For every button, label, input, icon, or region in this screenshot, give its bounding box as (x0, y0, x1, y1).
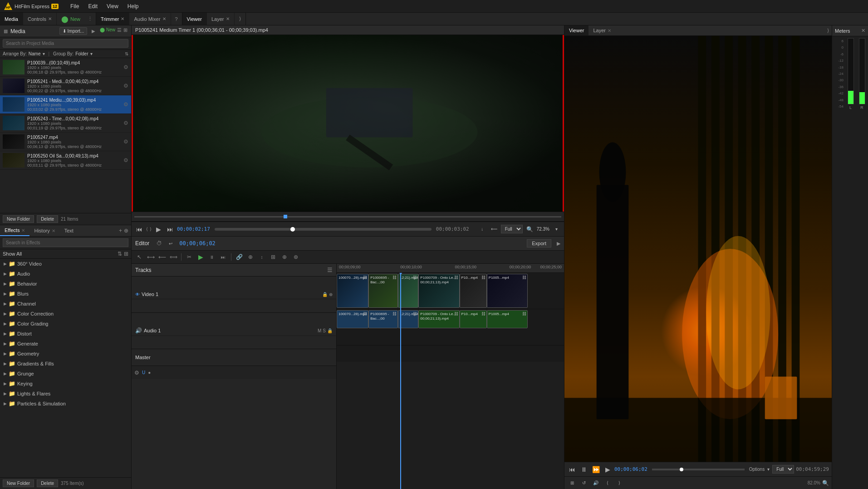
tab-controls-close[interactable]: ✕ (48, 16, 52, 21)
media-panel-options[interactable]: ⋮ (85, 13, 96, 25)
viewer-in-btn[interactable]: ⟨ (603, 478, 613, 488)
effects-view-icon[interactable]: ⊞ (124, 251, 128, 257)
viewer-prev-frame[interactable]: ⏮ (567, 464, 577, 474)
effects-sort-icon[interactable]: ⇅ (118, 251, 122, 257)
zoom-icon[interactable]: 🔍 (526, 226, 533, 232)
export-button[interactable]: Export (527, 239, 551, 247)
editor-timecode-reset[interactable]: ↩ (166, 238, 176, 248)
media-item[interactable]: P1005250 Oil Sa...0;00;49;13).mp4 1920 x… (0, 151, 131, 170)
tracks-menu-btn[interactable]: ☰ (327, 267, 333, 273)
effects-category-behavior[interactable]: ▶ 📁 Behavior (0, 279, 131, 289)
editor-link-btn[interactable]: 🔗 (234, 252, 244, 262)
audio-clip[interactable]: P1000695 - Bac...;00 ⛓ (368, 310, 398, 328)
viewer-audio-btn[interactable]: 🔊 (591, 478, 601, 488)
audio-clip[interactable]: P1000709 - Onto Le... 00;00;21;13).mp4 ⛓ (418, 310, 459, 328)
new-folder-effects-button[interactable]: New Folder (3, 479, 34, 487)
export-arrow[interactable]: ▶ (557, 241, 560, 247)
trimmer-insert-btn[interactable]: ↓ (477, 224, 487, 234)
timeline-playhead[interactable] (400, 273, 401, 489)
meters-close[interactable]: ✕ (861, 28, 865, 34)
trimmer-in-point[interactable]: ⟨ (146, 227, 148, 232)
editor-zoom-out[interactable]: ⏸ (207, 252, 217, 262)
editor-slip-tool[interactable]: ⟵ (157, 252, 167, 262)
audio-track-mute[interactable]: M (318, 328, 321, 333)
viewer-options-arrow[interactable]: ▾ (767, 467, 770, 472)
viewer-layer-close[interactable]: ✕ (608, 28, 611, 33)
tab-text[interactable]: Text (60, 226, 78, 236)
viewer-snap-btn[interactable]: ⊞ (567, 478, 577, 488)
effects-category-generate[interactable]: ▶ 📁 Generate (0, 339, 131, 349)
effects-category-color-correction[interactable]: ▶ 📁 Color Correction (0, 309, 131, 319)
effects-category-keying[interactable]: ▶ 📁 Keying (0, 379, 131, 389)
effects-category-360video[interactable]: ▶ 📁 360° Video (0, 259, 131, 269)
tab-audio-mixer-close[interactable]: ✕ (162, 16, 166, 21)
viewer-scrubber[interactable] (652, 469, 745, 470)
effects-add-icon[interactable]: + (119, 227, 122, 234)
editor-settings-icon[interactable]: ⚙ (134, 370, 139, 376)
audio-track-solo[interactable]: S (323, 328, 326, 333)
menu-file[interactable]: File (66, 1, 83, 11)
trimmer-overwrite-btn[interactable]: ⟵ (489, 224, 499, 234)
media-item[interactable]: P1005241 Mediu...;00;39;03).mp4 1920 x 1… (0, 95, 131, 114)
trimmer-quality-select[interactable]: FullHalf (501, 225, 523, 233)
group-arrow[interactable]: ▾ (90, 51, 93, 56)
audio-track-lock[interactable]: 🔒 (327, 328, 333, 333)
effects-category-color-grading[interactable]: ▶ 📁 Color Grading (0, 319, 131, 329)
editor-magnet-btn[interactable]: ⊕ (245, 252, 255, 262)
editor-select-tool[interactable]: ↖ (134, 252, 144, 262)
tab-new-button[interactable]: ⬤ New (57, 13, 85, 25)
trimmer-timeline-scrubber[interactable] (215, 228, 432, 231)
media-gear-icon[interactable]: ⚙ (123, 101, 128, 108)
video-clip[interactable]: P10...mp4 ⛓ (460, 274, 487, 308)
tab-layer[interactable]: Layer ✕ (207, 13, 235, 25)
video-clip[interactable]: 100070...28).mp4 ⛓ (337, 274, 368, 308)
viewer-out-btn[interactable]: ⟩ (614, 478, 624, 488)
video-track-visibility[interactable]: 👁 (135, 292, 140, 297)
viewer-zoom-icon[interactable]: 🔍 (822, 480, 829, 486)
trimmer-panel-help[interactable]: ? (171, 13, 182, 25)
effects-category-geometry[interactable]: ▶ 📁 Geometry (0, 349, 131, 359)
media-gear-icon[interactable]: ⚙ (123, 157, 128, 163)
effects-category-blurs[interactable]: ▶ 📁 Blurs (0, 289, 131, 299)
viewer-options-label[interactable]: Options (749, 467, 765, 472)
media-list-view[interactable]: ☰ (117, 27, 122, 35)
media-search-input[interactable] (3, 39, 128, 48)
media-gear-icon[interactable]: ⚙ (123, 64, 128, 70)
video-clip[interactable]: P1000709 - Onto Le... 00;00;21;13).mp4 ⛓ (418, 274, 459, 308)
menu-view[interactable]: View (102, 1, 123, 11)
video-clip[interactable]: P1000695 - Bac...;00 ⛓ (368, 274, 398, 308)
tab-viewer-layer[interactable]: Layer ✕ (588, 25, 616, 35)
new-folder-button[interactable]: New Folder (3, 215, 34, 223)
editor-sync-btn[interactable]: U (142, 370, 145, 375)
viewer-play-btn[interactable]: ▶ (603, 464, 613, 474)
editor-insert-btn[interactable]: ↕ (257, 252, 267, 262)
trimmer-scrubber-handle[interactable] (284, 215, 287, 218)
audio-clip[interactable]: P1005...mp4 ⛓ (487, 310, 528, 328)
media-item[interactable]: P100039...(00:10;49).mp4 1920 x 1080 pix… (0, 58, 131, 77)
editor-slide-tool[interactable]: ⟺ (168, 252, 178, 262)
audio-clip[interactable]: 100070...28).mp4 ⛓ (337, 310, 368, 328)
video-clip[interactable]: P1005...mp4 ⛓ (487, 274, 528, 308)
new-media-btn[interactable]: ⬤ New (100, 27, 115, 35)
trimmer-play-pause[interactable]: ▶ (153, 224, 163, 234)
trimmer-zoom-down[interactable]: ▾ (551, 224, 561, 234)
trimmer-prev-frame[interactable]: ⏮ (134, 224, 144, 234)
delete-effect-button[interactable]: Delete (37, 479, 58, 487)
tab-viewer-main[interactable]: Viewer (564, 25, 588, 35)
effects-search-input[interactable] (3, 238, 128, 247)
viewer-loop-btn[interactable]: ↺ (579, 478, 589, 488)
trimmer-next-frame[interactable]: ⏭ (165, 224, 175, 234)
trimmer-out-point[interactable]: ⟩ (150, 227, 152, 232)
tab-history-close[interactable]: ✕ (52, 228, 55, 233)
track-more-icon[interactable]: ⊕ (329, 292, 333, 297)
media-gear-icon[interactable]: ⚙ (123, 138, 128, 145)
editor-razor-tool[interactable]: ✂ (184, 252, 194, 262)
editor-snap-btn[interactable]: ⊞ (268, 252, 278, 262)
audio-clip[interactable]: P10...mp4 ⛓ (460, 310, 487, 328)
effects-category-particles[interactable]: ▶ 📁 Particles & Simulation (0, 399, 131, 409)
tab-effects-close[interactable]: ✕ (21, 228, 25, 233)
effects-category-grunge[interactable]: ▶ 📁 Grunge (0, 369, 131, 379)
media-grid-view[interactable]: ⊞ (123, 27, 128, 35)
tab-trimmer[interactable]: Trimmer ✕ (96, 13, 130, 25)
viewer-quality-select[interactable]: FullHalf (772, 465, 794, 474)
